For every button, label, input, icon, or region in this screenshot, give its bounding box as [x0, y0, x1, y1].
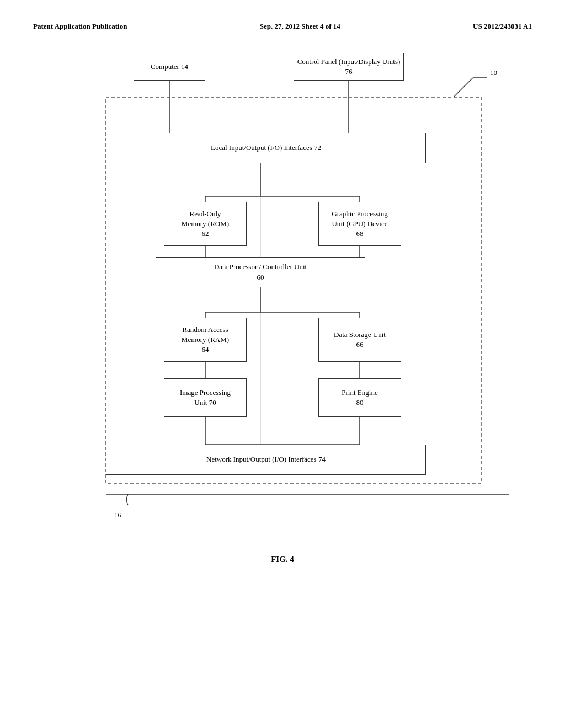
local-io-box: Local Input/Output (I/O) Interfaces 72 — [106, 133, 426, 163]
header-center: Sep. 27, 2012 Sheet 4 of 14 — [260, 22, 340, 31]
network-io-box: Network Input/Output (I/O) Interfaces 74 — [106, 445, 426, 475]
page: Patent Application Publication Sep. 27, … — [0, 0, 565, 728]
ref-16: 16 — [114, 511, 121, 520]
page-header: Patent Application Publication Sep. 27, … — [33, 22, 532, 31]
header-left: Patent Application Publication — [33, 22, 127, 31]
computer-box: Computer 14 — [134, 53, 205, 81]
figure-label: FIG. 4 — [33, 555, 532, 564]
gpu-box: Graphic Processing Unit (GPU) Device 68 — [318, 202, 401, 246]
processor-box: Data Processor / Controller Unit 60 — [156, 257, 365, 287]
svg-line-1 — [454, 78, 473, 97]
header-right: US 2012/243031 A1 — [473, 22, 532, 31]
rom-box: Read-Only Memory (ROM) 62 — [164, 202, 247, 246]
print-engine-box: Print Engine 80 — [318, 378, 401, 417]
ram-box: Random Access Memory (RAM) 64 — [164, 318, 247, 362]
ref-10: 10 — [490, 68, 497, 77]
image-processing-box: Image Processing Unit 70 — [164, 378, 247, 417]
control-panel-box: Control Panel (Input/Display Units) 76 — [294, 53, 404, 81]
storage-box: Data Storage Unit 66 — [318, 318, 401, 362]
